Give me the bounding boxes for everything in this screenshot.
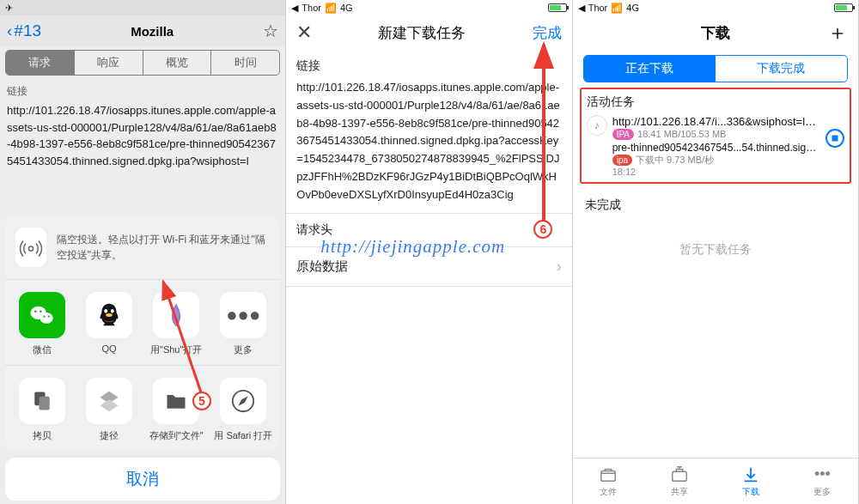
svg-rect-16 [673,471,687,481]
action-copy[interactable]: 拷贝 [12,378,72,442]
section-active-tasks: 活动任务 [587,94,844,110]
signal-icon: 📶 [325,3,337,14]
chevron-right-icon: › [557,258,562,276]
tab-time[interactable]: 时间 [211,51,279,75]
task-size: 18.41 MB/105.53 MB [637,129,726,139]
favorite-button[interactable]: ☆ [263,21,278,41]
cancel-button[interactable]: 取消 [5,458,280,501]
svg-point-3 [34,310,37,313]
tab-more-label: 更多 [813,486,831,498]
tab-response[interactable]: 响应 [75,51,143,75]
nav-bar: ✕ 新建下载任务 完成 [286,15,571,50]
shortcuts-label: 捷径 [100,429,119,442]
wechat-icon [19,292,65,338]
svg-point-7 [104,309,107,313]
share-sheet: 隔空投送。轻点以打开 Wi-Fi 和蓝牙来通过"隔空投送"共享。 微信 QQ [5,216,280,501]
task-app-icon: ♪ [587,115,607,136]
network-label: 4G [626,3,639,13]
more-icon: ••• [813,465,832,484]
download-task-row[interactable]: ♪ http://101.226.18.47/i...336&wsiphost=… [587,115,844,177]
task-filename: pre-thinned905423467545...54.thinned.sig… [612,142,820,154]
airdrop-icon [15,228,46,267]
share-actions-row: 拷贝 捷径 存储到"文件" [5,365,280,451]
tab-more[interactable]: ••• 更多 [787,458,858,504]
share-more[interactable]: ●●● 更多 [213,292,273,356]
save-files-label: 存储到"文件" [149,429,204,442]
seg-downloading[interactable]: 正在下载 [584,56,716,82]
download-url-input[interactable]: http://101.226.18.47/iosapps.itunes.appl… [286,79,571,214]
tab-download[interactable]: 下载 [716,458,787,504]
add-button[interactable]: ＋ [827,19,848,46]
action-save-files[interactable]: 存储到"文件" [146,378,206,442]
done-button[interactable]: 完成 [533,23,562,43]
watermark-text: http://jiejingapple.com [320,236,571,258]
share-wechat[interactable]: 微信 [12,292,72,356]
more-label: 更多 [234,343,253,356]
chevron-left-icon: ‹ [7,21,12,40]
share-qq[interactable]: QQ [79,292,139,356]
svg-point-4 [40,310,42,313]
tab-download-label: 下载 [742,486,759,498]
tab-share[interactable]: 共享 [644,458,716,504]
airdrop-row[interactable]: 隔空投送。轻点以打开 Wi-Fi 和蓝牙来通过"隔空投送"共享。 [5,216,280,280]
pause-button[interactable] [825,129,844,148]
status-app-name: Thor [588,3,608,13]
safari-icon [220,378,266,424]
svg-rect-15 [601,471,616,481]
svg-point-9 [106,313,113,317]
action-safari[interactable]: 用 Safari 打开 [213,378,273,442]
shu-label: 用"Shu"打开 [150,343,202,356]
share-apps-row: 微信 QQ 用"Shu"打开 ●●● 更多 [5,280,280,365]
action-shortcuts[interactable]: 捷径 [79,378,139,442]
battery-icon [834,3,853,12]
copy-label: 拷贝 [33,429,52,442]
task-time: 18:12 [612,167,820,177]
tab-bar: 文件 共享 下载 ••• 更多 [573,458,858,504]
tab-share-label: 共享 [671,486,688,498]
page-title: Mozilla [41,24,263,39]
qq-label: QQ [102,343,117,354]
seg-completed[interactable]: 下载完成 [716,56,847,82]
network-label: 4G [340,3,353,13]
wechat-label: 微信 [33,343,52,356]
tab-overview[interactable]: 概览 [143,51,212,75]
section-label-link: 链接 [286,50,571,79]
annotation-5-icon: 5 [192,392,211,410]
qq-icon [86,292,132,338]
empty-list-text: 暂无下载任务 [573,216,858,283]
download-icon [741,465,760,484]
share-shu[interactable]: 用"Shu"打开 [146,292,206,356]
section-label-link: 链接 [0,79,285,100]
tab-request[interactable]: 请求 [6,51,75,75]
svg-point-0 [28,246,33,251]
shortcuts-icon [86,378,132,424]
pane-share-sheet: ✈ ‹ #13 Mozilla ☆ 请求 响应 概览 时间 链接 http://… [0,0,286,504]
safari-label: 用 Safari 打开 [214,429,272,442]
task-tag-ext: ipa [612,155,632,166]
status-bar: ◀ Thor 📶 4G [286,0,571,15]
back-app-icon[interactable]: ◀ [291,3,298,14]
airdrop-text: 隔空投送。轻点以打开 Wi-Fi 和蓝牙来通过"隔空投送"共享。 [57,232,271,263]
tab-files-label: 文件 [600,486,617,498]
back-button[interactable]: ‹ #13 [7,21,41,40]
svg-point-6 [48,316,50,318]
section-pending: 未完成 [573,189,858,216]
page-title: 下载 [701,23,730,43]
status-app-name: Thor [302,3,321,13]
pane-downloads: ◀ Thor 📶 4G 下载 ＋ 正在下载 下载完成 活动任务 ♪ http:/… [573,0,859,504]
tab-files[interactable]: 文件 [573,458,644,504]
task-tag-ipa: IPA [612,129,634,140]
share-icon [670,465,689,484]
svg-point-2 [40,313,52,324]
task-speed: 下载中 9.73 MB/秒 [636,155,714,165]
back-app-icon[interactable]: ◀ [578,3,585,14]
airplane-icon: ✈ [5,3,13,14]
shu-icon [153,292,199,338]
status-bar: ✈ [0,0,285,15]
request-url: http://101.226.18.47/iosapps.itunes.appl… [0,100,285,174]
back-label: #13 [14,21,41,40]
nav-bar: ‹ #13 Mozilla ☆ [0,15,285,46]
close-button[interactable]: ✕ [296,21,312,44]
raw-data-label: 原始数据 [296,258,348,275]
status-bar: ◀ Thor 📶 4G [573,0,858,15]
